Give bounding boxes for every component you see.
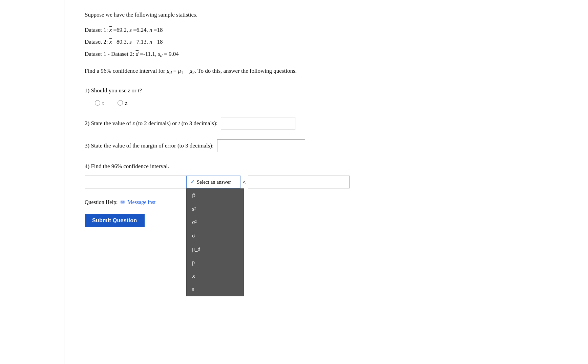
ci-prompt: Find a 96% confidence interval for μd = … (85, 66, 568, 76)
dataset2-info: Dataset 2: x =80.3, s =7.13, n =18 (85, 37, 568, 46)
q1-radio-group: t z (95, 98, 568, 108)
dropdown-item-p[interactable]: p (187, 256, 244, 269)
q2-input[interactable] (221, 117, 295, 130)
intro-text: Suppose we have the following sample sta… (85, 10, 568, 19)
dropdown-trigger[interactable]: ✓ Select an answer (186, 176, 240, 188)
question-4-block: 4) Find the 96% confidence interval. ✓ S… (85, 162, 568, 188)
q3-label: 3) State the value of the margin of erro… (85, 141, 214, 150)
dropdown-item-phat[interactable]: p̂ (187, 189, 244, 202)
left-sidebar (0, 0, 64, 364)
ci-row: ✓ Select an answer p̂ s² σ² σ μ_d p x̄ s (85, 176, 568, 188)
dropdown-selected-label: Select an answer (197, 178, 231, 186)
radio-t[interactable] (95, 100, 100, 106)
dropdown-wrapper: ✓ Select an answer p̂ s² σ² σ μ_d p x̄ s (186, 176, 240, 188)
radio-z[interactable] (118, 100, 123, 106)
dropdown-item-xbar[interactable]: x̄ (187, 269, 244, 283)
q4-label: 4) Find the 96% confidence interval. (85, 162, 568, 171)
q3-input[interactable] (217, 139, 305, 152)
dropdown-menu: p̂ s² σ² σ μ_d p x̄ s (186, 188, 244, 296)
submit-button[interactable]: Submit Question (85, 214, 145, 227)
dropdown-item-sigma2[interactable]: σ² (187, 215, 244, 229)
ci-right-input[interactable] (248, 176, 350, 188)
dropdown-item-mud[interactable]: μ_d (187, 243, 244, 256)
message-inst-link[interactable]: Message inst (127, 198, 155, 207)
dataset1-info: Dataset 1: x =69.2, s =6.24, n =18 (85, 25, 568, 35)
lt-symbol: < (240, 178, 248, 187)
option-z[interactable]: z (118, 98, 128, 108)
question-1-block: 1) Should you use z or t? t z (85, 86, 568, 108)
label-z: z (125, 98, 128, 108)
option-t[interactable]: t (95, 98, 104, 108)
q2-label: 2) State the value of z (to 2 decimals) … (85, 119, 217, 128)
question-3-row: 3) State the value of the margin of erro… (85, 139, 568, 152)
checkmark-icon: ✓ (190, 178, 195, 186)
label-t: t (102, 98, 104, 108)
ci-left-input[interactable] (85, 176, 186, 188)
dataset-diff-info: Dataset 1 - Dataset 2: d =-11.1, sd = 9.… (85, 49, 568, 60)
question-help-label: Question Help: (85, 198, 118, 207)
dropdown-item-sigma[interactable]: σ (187, 229, 244, 243)
q1-label: 1) Should you use z or t? (85, 86, 568, 95)
dropdown-item-s2[interactable]: s² (187, 202, 244, 216)
question-help: Question Help: ✉ Message inst (85, 198, 568, 207)
mail-icon: ✉ (120, 198, 125, 207)
main-content: Suppose we have the following sample sta… (64, 0, 588, 364)
dropdown-item-s[interactable]: s (187, 282, 244, 296)
question-2-row: 2) State the value of z (to 2 decimals) … (85, 117, 568, 130)
